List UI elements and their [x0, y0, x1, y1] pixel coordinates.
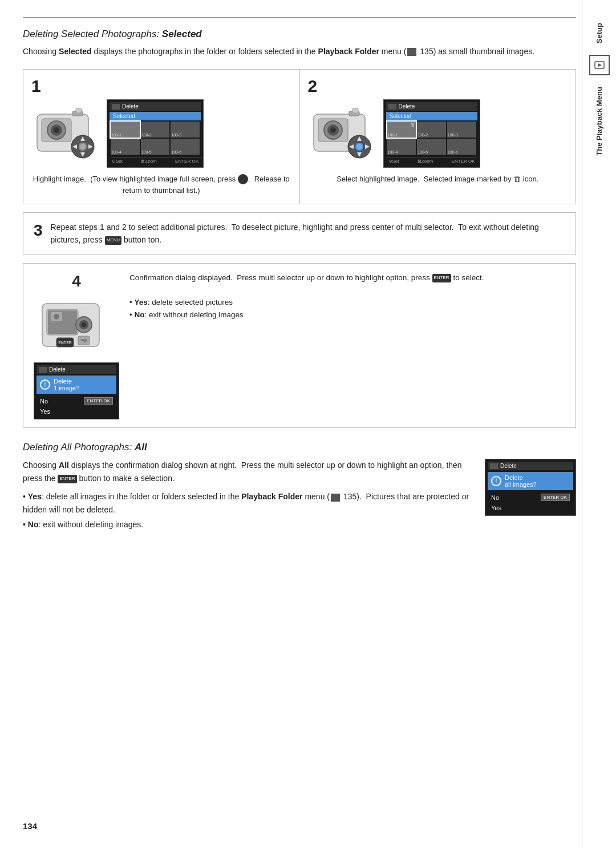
svg-point-6: [54, 127, 59, 133]
thumb-1-5: 100-5: [141, 139, 170, 155]
delete-all-no-item: No ENTER OK: [488, 492, 573, 503]
camera-svg-4: ENTER ?⚙: [39, 295, 114, 358]
delete-all-enter-ok: ENTER OK: [541, 494, 570, 501]
page-number: 134: [23, 821, 37, 831]
step4-enter-ok: ENTER OK: [84, 397, 113, 405]
section2-para1: Choosing All displays the confirmation d…: [23, 459, 471, 484]
step4-delete-text: Delete 1 image?: [54, 378, 79, 391]
screen2-delete-label: Delete: [399, 103, 415, 110]
screen2-footer: ⊙Set ⊠Zoom ENTER OK: [386, 157, 477, 165]
thumb-1-2: 100-2: [141, 122, 170, 138]
section2-title: Deleting All Photographs: All: [23, 442, 576, 453]
step4-no-item: No ENTER OK: [37, 395, 116, 406]
step1-content: Delete Selected 100-1 100-2 100-3: [31, 99, 291, 168]
press-icon-1: [238, 174, 248, 184]
section2-text: Choosing All displays the confirmation d…: [23, 459, 471, 533]
section2-title-bold: All: [135, 442, 147, 453]
svg-point-20: [330, 127, 336, 133]
screen1-enter: ENTER OK: [175, 159, 198, 164]
delete-all-header: Delete: [488, 462, 573, 470]
screen2-enter: ENTER OK: [452, 159, 475, 164]
step4-box: 4 ENTER ?⚙: [23, 263, 576, 429]
section2-bullet1: Yes: delete all images in the folder or …: [23, 490, 471, 516]
screen1-thumbnails: 100-1 100-2 100-3 100-4 100-5: [110, 120, 201, 156]
book-icon: [407, 48, 416, 56]
step4-delete-screen: Delete ! Delete 1 image? No ENTER OK Yes: [34, 362, 119, 419]
delete-all-no-label: No: [491, 494, 499, 501]
step1-screen: Delete Selected 100-1 100-2 100-3: [107, 99, 204, 168]
step4-screen-header: Delete: [37, 365, 116, 374]
step4-yes-line: • Yes: delete selected pictures: [129, 296, 565, 309]
camera-svg-2: [308, 103, 376, 163]
delete-all-warning-icon: !: [491, 476, 501, 486]
delete-all-title: Delete: [500, 463, 517, 469]
sidebar-playback-label: The Playback Menu: [595, 87, 603, 156]
screen1-footer: ⊙Set ⊠Zoom ENTER OK: [110, 157, 201, 165]
section1-title-italic: Deleting Selected Photographs:: [23, 29, 162, 39]
screen1-selected-item: Selected: [110, 112, 201, 120]
svg-text:?⚙: ?⚙: [80, 338, 87, 344]
delete-all-item: ! Delete all images?: [488, 472, 573, 490]
section2-row: Choosing All displays the confirmation d…: [23, 459, 576, 533]
thumb-2-3: 100-3: [447, 122, 476, 138]
thumb-2-1: 100-1: [387, 122, 416, 138]
section1-title: Deleting Selected Photographs: Selected: [23, 29, 576, 40]
step4-delete-label: Delete: [54, 378, 79, 385]
svg-marker-1: [598, 63, 602, 67]
screen2-header: Delete: [386, 102, 477, 111]
thumb-1-1: 100-1: [111, 122, 140, 138]
camera-svg-1: [31, 103, 100, 163]
step2-screen: Delete Selected 100-1 100-2 100-3: [383, 99, 480, 168]
screen1-zoom: ⊠Zoom: [141, 159, 156, 164]
svg-point-29: [356, 144, 362, 150]
step4-delete-title: Delete: [49, 366, 66, 373]
step2-camera-diagram: [308, 103, 376, 164]
delete-all-screen: Delete ! Delete all images? No ENTER OK …: [485, 459, 576, 516]
step4-delete-sub: 1 image?: [54, 385, 79, 391]
section2-bullet2: No: exit without deleting images.: [23, 518, 471, 531]
section1-title-bold: Selected: [162, 29, 202, 39]
step3-box: 3 Repeat steps 1 and 2 to select additio…: [23, 212, 576, 255]
sidebar: Setup The Playback Menu: [582, 0, 616, 848]
top-divider: [23, 17, 576, 18]
step2-content: Delete Selected 100-1 100-2 100-3: [308, 99, 568, 168]
svg-rect-8: [76, 108, 82, 113]
thumb-2-2: 100-2: [417, 122, 446, 138]
step4-no-label: No: [40, 398, 48, 405]
thumb-2-4: 100-4: [387, 139, 416, 155]
step2-number: 2: [308, 78, 318, 95]
delete-all-header-icon: [490, 463, 498, 469]
step4-delete-item: ! Delete 1 image?: [37, 375, 116, 394]
screen1-header-icon: [112, 104, 120, 110]
thumb-1-3: 100-3: [171, 122, 200, 138]
step4-no-line: • No: exit without deleting images: [129, 309, 565, 321]
screen1-set: ⊙Set: [112, 159, 123, 164]
step4-caption: Confirmation dialog displayed. Press mul…: [129, 272, 565, 284]
screen2-thumbnails: 100-1 100-2 100-3 100-4 100-5: [386, 120, 477, 156]
step1-caption: Highlight image. (To view highlighted im…: [31, 173, 291, 196]
svg-text:ENTER: ENTER: [58, 341, 72, 345]
thumb-2-6: 100-6: [447, 139, 476, 155]
delete-all-text: Delete all images?: [505, 474, 537, 488]
screen2-set: ⊙Set: [388, 159, 399, 164]
thumb-1-4: 100-4: [111, 139, 140, 155]
delete-all-yes-item: Yes: [488, 503, 573, 513]
sidebar-setup-label: Setup: [595, 23, 603, 43]
enter-icon-s2: ENTER: [58, 475, 76, 483]
section2-bullets: Yes: delete all images in the folder or …: [23, 490, 471, 531]
delete-all-label-text: Delete: [505, 474, 537, 481]
step1-camera-diagram: [31, 103, 100, 164]
step1-box: 1: [23, 70, 300, 204]
step4-number: 4: [72, 272, 81, 291]
svg-rect-22: [352, 108, 358, 113]
svg-point-37: [82, 322, 86, 327]
svg-point-34: [54, 314, 59, 320]
step4-left: 4 ENTER ?⚙: [34, 272, 119, 420]
screen1-delete-label: Delete: [122, 103, 139, 110]
sidebar-playback-icon: [589, 55, 610, 75]
step2-box: 2: [300, 70, 576, 204]
section2-screen: Delete ! Delete all images? No ENTER OK …: [485, 459, 576, 516]
svg-point-15: [80, 144, 86, 150]
menu-button-icon: MENU: [105, 236, 122, 245]
section2-title-italic: Deleting All Photographs:: [23, 442, 135, 453]
